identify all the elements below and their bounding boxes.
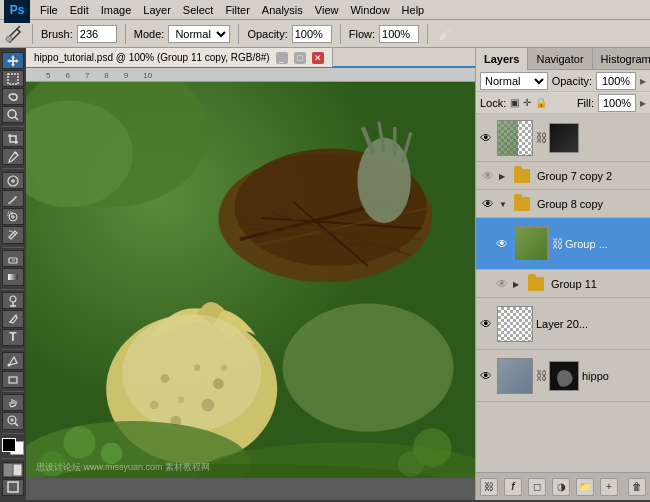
svg-point-20 xyxy=(8,363,11,366)
mode-select[interactable]: Normal xyxy=(168,25,230,43)
menu-filter[interactable]: Filter xyxy=(219,0,255,20)
history-brush[interactable] xyxy=(2,226,24,243)
eye-visibility-icon[interactable]: 👁 xyxy=(480,196,496,212)
layer-name: Layer 20... xyxy=(536,318,648,330)
flow-label: Flow: xyxy=(349,28,375,40)
list-item[interactable]: 👁 Group 11 xyxy=(476,270,650,298)
expand-group-icon[interactable] xyxy=(499,170,511,181)
tab-maximize[interactable]: □ xyxy=(294,52,306,64)
list-item[interactable]: 👁 Group 8 copy xyxy=(476,190,650,218)
lock-row: Lock: ▣ ✛ 🔒 Fill: ▸ xyxy=(476,92,650,114)
eye-visibility-icon[interactable]: 👁 xyxy=(478,368,494,384)
panel-bottom: ⛓ f ◻ ◑ 📁 + 🗑 xyxy=(476,472,650,500)
svg-rect-2 xyxy=(8,74,18,84)
eye-visibility-icon[interactable]: 👁 xyxy=(494,236,510,252)
blend-mode-select[interactable]: Normal xyxy=(480,72,548,90)
gradient-tool[interactable] xyxy=(2,268,24,285)
horizontal-ruler: 5 6 7 8 9 10 xyxy=(26,68,475,82)
airbrush-btn[interactable]: 🖌 xyxy=(436,25,454,43)
svg-rect-26 xyxy=(4,464,13,476)
svg-line-23 xyxy=(15,423,18,426)
add-link-btn[interactable]: ⛓ xyxy=(480,478,498,496)
svg-point-3 xyxy=(8,110,16,118)
layer-chain-icon: ⛓ xyxy=(536,369,546,383)
crop-tool[interactable] xyxy=(2,130,24,147)
add-adjustment-btn[interactable]: ◑ xyxy=(552,478,570,496)
foreground-color[interactable] xyxy=(2,438,16,452)
eraser-tool[interactable] xyxy=(2,250,24,267)
layer-name: hippo xyxy=(582,370,648,382)
menu-view[interactable]: View xyxy=(309,0,345,20)
tab-navigator[interactable]: Navigator xyxy=(528,48,592,70)
svg-line-1 xyxy=(17,26,20,29)
add-fx-btn[interactable]: f xyxy=(504,478,522,496)
add-group-btn[interactable]: 📁 xyxy=(576,478,594,496)
tab-minimize[interactable]: _ xyxy=(276,52,288,64)
list-item[interactable]: 👁 ⛓ Group ... xyxy=(476,218,650,270)
canvas-close-btn[interactable]: ✕ xyxy=(312,52,324,64)
menu-help[interactable]: Help xyxy=(396,0,431,20)
lock-all-btn[interactable]: 🔒 xyxy=(535,97,547,108)
toolbar: Brush: Mode: Normal Opacity: Flow: 🖌 xyxy=(0,20,650,48)
marquee-tool[interactable] xyxy=(2,70,24,87)
lasso-tool[interactable] xyxy=(2,88,24,105)
list-item[interactable]: 👁 Group 7 copy 2 xyxy=(476,162,650,190)
expand-group-icon[interactable] xyxy=(513,278,525,289)
menu-image[interactable]: Image xyxy=(95,0,138,20)
list-item[interactable]: 👁 ⛓ xyxy=(476,114,650,162)
list-item[interactable]: 👁 Layer 20... xyxy=(476,298,650,350)
quick-select-tool[interactable] xyxy=(2,106,24,123)
menu-edit[interactable]: Edit xyxy=(64,0,95,20)
foreground-background-colors[interactable] xyxy=(2,438,24,455)
zoom-tool[interactable] xyxy=(2,412,24,429)
tab-layers[interactable]: Layers xyxy=(476,48,528,70)
menu-window[interactable]: Window xyxy=(344,0,395,20)
path-select-tool[interactable] xyxy=(2,352,24,369)
menu-file[interactable]: File xyxy=(34,0,64,20)
move-tool[interactable] xyxy=(2,52,24,69)
delete-layer-btn[interactable]: 🗑 xyxy=(628,478,646,496)
screen-mode-btn[interactable] xyxy=(2,479,24,496)
text-tool[interactable]: T xyxy=(2,329,24,346)
list-item[interactable]: 👁 ⛓ hippo xyxy=(476,350,650,402)
opacity-arrow[interactable]: ▸ xyxy=(640,74,646,88)
new-layer-btn[interactable]: + xyxy=(600,478,618,496)
canvas-tab-item[interactable]: hippo_tutorial.psd @ 100% (Group 11 copy… xyxy=(26,48,333,67)
fill-value[interactable] xyxy=(598,94,636,112)
add-mask-btn[interactable]: ◻ xyxy=(528,478,546,496)
dodge-tool[interactable] xyxy=(2,292,24,309)
quick-mask-btn[interactable] xyxy=(2,462,24,478)
photo-background: 思设计论坛 www.missyuan.com 素材教程网 xyxy=(26,82,475,478)
clone-tool[interactable] xyxy=(2,208,24,225)
tab-histogram[interactable]: Histogram xyxy=(593,48,650,70)
eye-visibility-icon[interactable]: 👁 xyxy=(480,168,496,184)
svg-point-9 xyxy=(8,201,11,204)
flow-input[interactable] xyxy=(379,25,419,43)
opacity-value[interactable] xyxy=(596,72,636,90)
svg-point-0 xyxy=(6,36,12,42)
eye-visibility-icon[interactable]: 👁 xyxy=(478,316,494,332)
hand-tool[interactable] xyxy=(2,394,24,411)
eye-visibility-icon[interactable]: 👁 xyxy=(478,130,494,146)
pen-tool[interactable] xyxy=(2,310,24,327)
eyedropper-tool[interactable] xyxy=(2,148,24,165)
fill-label: Fill: xyxy=(577,97,594,109)
menu-bar: Ps File Edit Image Layer Select Filter A… xyxy=(0,0,650,20)
menu-layer[interactable]: Layer xyxy=(137,0,177,20)
lock-pixel-btn[interactable]: ▣ xyxy=(510,97,519,108)
group-folder-icon xyxy=(514,169,530,183)
eye-visibility-icon[interactable]: 👁 xyxy=(494,276,510,292)
healing-tool[interactable] xyxy=(2,172,24,189)
brush-size-label: Brush: xyxy=(41,28,73,40)
svg-rect-21 xyxy=(9,377,17,383)
brush-tool[interactable] xyxy=(2,190,24,207)
menu-analysis[interactable]: Analysis xyxy=(256,0,309,20)
menu-select[interactable]: Select xyxy=(177,0,220,20)
lock-position-btn[interactable]: ✛ xyxy=(523,97,531,108)
fill-arrow[interactable]: ▸ xyxy=(640,96,646,110)
opacity-input[interactable] xyxy=(292,25,332,43)
brush-size-input[interactable] xyxy=(77,25,117,43)
canvas-photo: 思设计论坛 www.missyuan.com 素材教程网 xyxy=(26,82,475,478)
shape-tool[interactable] xyxy=(2,371,24,388)
expand-group-icon[interactable] xyxy=(499,198,511,209)
